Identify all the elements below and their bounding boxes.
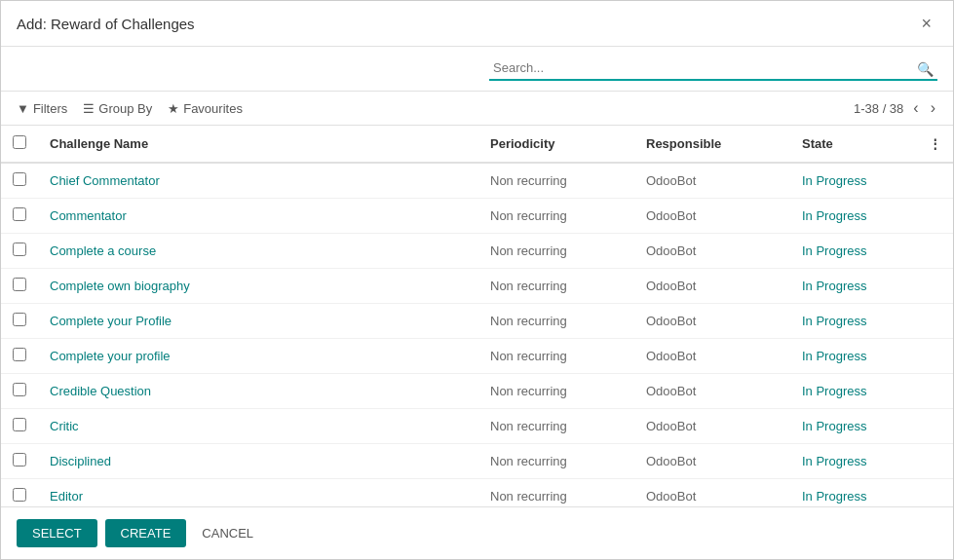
row-challenge-name[interactable]: Complete a course <box>38 234 478 269</box>
challenge-name-link[interactable]: Complete a course <box>50 243 156 258</box>
row-challenge-name[interactable]: Editor <box>38 479 478 507</box>
row-state: In Progress <box>790 479 917 507</box>
row-periodicity: Non recurring <box>478 339 634 374</box>
row-checkbox-cell <box>1 163 38 199</box>
challenge-name-link[interactable]: Disciplined <box>50 454 111 468</box>
row-periodicity: Non recurring <box>478 163 634 199</box>
row-periodicity: Non recurring <box>478 409 634 444</box>
close-button[interactable]: × <box>915 13 937 34</box>
row-state: In Progress <box>790 304 917 339</box>
row-periodicity: Non recurring <box>478 444 634 479</box>
row-challenge-name[interactable]: Disciplined <box>38 444 478 479</box>
challenge-name-link[interactable]: Complete own biography <box>50 279 190 293</box>
group-by-icon: ☰ <box>83 101 95 116</box>
row-challenge-name[interactable]: Critic <box>38 409 478 444</box>
challenge-name-link[interactable]: Credible Question <box>50 384 151 398</box>
table-row: Complete a course Non recurring OdooBot … <box>1 234 953 269</box>
state-badge: In Progress <box>802 279 866 293</box>
next-page-button[interactable]: › <box>929 99 937 117</box>
row-more-cell <box>917 163 953 199</box>
state-badge: In Progress <box>802 454 866 468</box>
row-challenge-name[interactable]: Complete your profile <box>38 339 478 374</box>
row-challenge-name[interactable]: Complete your Profile <box>38 304 478 339</box>
row-challenge-name[interactable]: Credible Question <box>38 374 478 409</box>
table-row: Complete your Profile Non recurring Odoo… <box>1 304 953 339</box>
prev-page-button[interactable]: ‹ <box>911 99 920 117</box>
state-badge: In Progress <box>802 489 866 504</box>
row-responsible: OdooBot <box>634 409 790 444</box>
row-state: In Progress <box>790 269 917 304</box>
state-badge: In Progress <box>802 349 866 363</box>
header-state: State <box>790 126 917 163</box>
toolbar: ▼ Filters ☰ Group By ★ Favourites 1-38 /… <box>1 92 953 126</box>
row-responsible: OdooBot <box>634 163 790 199</box>
row-responsible: OdooBot <box>634 339 790 374</box>
header-periodicity: Periodicity <box>478 126 634 163</box>
favourites-label: Favourites <box>183 101 243 116</box>
pagination-info: 1-38 / 38 <box>854 101 903 116</box>
row-challenge-name[interactable]: Complete own biography <box>38 269 478 304</box>
header-checkbox-cell <box>1 126 38 163</box>
row-state: In Progress <box>790 374 917 409</box>
row-checkbox-cell <box>1 199 38 234</box>
header-challenge-name: Challenge Name <box>38 126 478 163</box>
row-more-cell <box>917 234 953 269</box>
filters-button[interactable]: ▼ Filters <box>17 101 67 116</box>
table-row: Commentator Non recurring OdooBot In Pro… <box>1 199 953 234</box>
table-row: Disciplined Non recurring OdooBot In Pro… <box>1 444 953 479</box>
dialog-add-reward: Add: Reward of Challenges × 🔍 ▼ Filters … <box>0 0 954 560</box>
table-row: Editor Non recurring OdooBot In Progress <box>1 479 953 507</box>
row-checkbox-cell <box>1 339 38 374</box>
row-checkbox-9[interactable] <box>13 488 26 502</box>
challenge-name-link[interactable]: Critic <box>50 419 79 433</box>
row-checkbox-4[interactable] <box>13 313 26 326</box>
row-periodicity: Non recurring <box>478 479 634 507</box>
filters-label: Filters <box>33 101 67 116</box>
star-icon: ★ <box>168 101 179 116</box>
select-all-checkbox[interactable] <box>13 135 26 149</box>
challenge-name-link[interactable]: Complete your Profile <box>50 314 172 328</box>
row-checkbox-0[interactable] <box>13 172 26 186</box>
search-input-wrapper: 🔍 <box>489 56 937 81</box>
challenge-name-link[interactable]: Chief Commentator <box>50 173 160 188</box>
row-more-cell <box>917 304 953 339</box>
cancel-button[interactable]: CANCEL <box>194 519 261 547</box>
state-badge: In Progress <box>802 314 866 328</box>
row-responsible: OdooBot <box>634 374 790 409</box>
table-row: Credible Question Non recurring OdooBot … <box>1 374 953 409</box>
row-checkbox-8[interactable] <box>13 453 26 467</box>
state-badge: In Progress <box>802 243 866 258</box>
select-button[interactable]: SELECT <box>17 519 97 547</box>
toolbar-left: ▼ Filters ☰ Group By ★ Favourites <box>17 101 243 116</box>
challenge-name-link[interactable]: Complete your profile <box>50 349 171 363</box>
search-input[interactable] <box>489 56 937 81</box>
row-checkbox-5[interactable] <box>13 348 26 361</box>
challenge-name-link[interactable]: Commentator <box>50 208 127 223</box>
row-state: In Progress <box>790 444 917 479</box>
row-checkbox-cell <box>1 234 38 269</box>
row-checkbox-7[interactable] <box>13 418 26 431</box>
group-by-button[interactable]: ☰ Group By <box>83 101 152 116</box>
row-checkbox-cell <box>1 269 38 304</box>
filter-icon: ▼ <box>17 101 29 116</box>
create-button[interactable]: CREATE <box>105 519 187 547</box>
row-challenge-name[interactable]: Commentator <box>38 199 478 234</box>
row-more-cell <box>917 199 953 234</box>
row-state: In Progress <box>790 163 917 199</box>
row-state: In Progress <box>790 199 917 234</box>
state-badge: In Progress <box>802 384 866 398</box>
challenge-name-link[interactable]: Editor <box>50 489 83 504</box>
table-row: Chief Commentator Non recurring OdooBot … <box>1 163 953 199</box>
row-checkbox-1[interactable] <box>13 207 26 221</box>
state-badge: In Progress <box>802 208 866 223</box>
favourites-button[interactable]: ★ Favourites <box>168 101 243 116</box>
row-checkbox-cell <box>1 409 38 444</box>
row-checkbox-3[interactable] <box>13 278 26 291</box>
table-body: Chief Commentator Non recurring OdooBot … <box>1 163 953 506</box>
dialog-title: Add: Reward of Challenges <box>17 16 195 32</box>
row-checkbox-2[interactable] <box>13 243 26 256</box>
row-more-cell <box>917 479 953 507</box>
row-challenge-name[interactable]: Chief Commentator <box>38 163 478 199</box>
row-checkbox-6[interactable] <box>13 383 26 396</box>
table-header-row: Challenge Name Periodicity Responsible S… <box>1 126 953 163</box>
